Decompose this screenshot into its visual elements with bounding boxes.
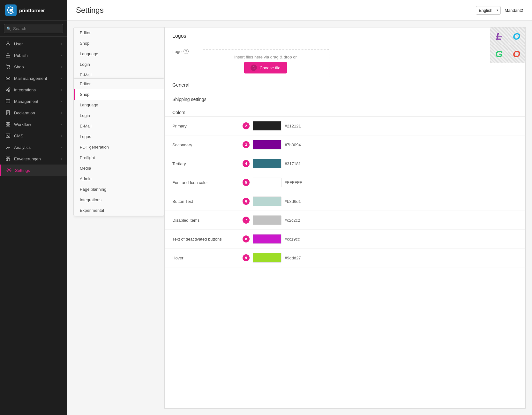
shipping-settings-label: Shipping settings	[172, 97, 518, 102]
svg-rect-14	[6, 125, 8, 126]
subnav-login[interactable]: Login	[74, 59, 164, 70]
erweiterungen-chevron: ›	[61, 157, 62, 161]
color-swatch-wrap-disabled: 7#c2c2c2	[243, 215, 300, 225]
shop-settings-panel: General Shipping settings Colors Primary…	[164, 77, 526, 409]
sidebar-logo-text: printformer	[19, 8, 45, 13]
cms-chevron: ›	[61, 134, 62, 138]
color-swatch-wrap-tertiary: 4#317181	[243, 159, 301, 168]
subnav2-login[interactable]: Login	[74, 110, 164, 121]
color-label-secondary: Secondary	[172, 142, 243, 147]
language-selector-wrap: English Deutsch ▼	[476, 6, 501, 15]
color-swatch-button-text[interactable]	[253, 196, 281, 206]
color-swatch-font-icon[interactable]	[253, 178, 281, 187]
choose-file-badge: 1	[251, 65, 257, 71]
management-chevron: ›	[61, 100, 62, 103]
color-hex-primary: #212121	[285, 124, 301, 128]
choose-file-label: Choose file	[259, 65, 280, 70]
sidebar-item-workflow[interactable]: Workflow ›	[0, 119, 67, 130]
subnav2-preflight[interactable]: Preflight	[74, 152, 164, 163]
subnav2-email[interactable]: E-Mail	[74, 121, 164, 131]
logos-section-header: Logos L O G O	[165, 27, 525, 43]
color-swatch-secondary[interactable]	[253, 140, 281, 150]
svg-rect-10	[6, 100, 10, 103]
color-swatch-wrap-secondary: 3#7b0094	[243, 140, 301, 150]
sidebar-item-user[interactable]: User ›	[0, 38, 67, 50]
logo-cell-g: G	[490, 45, 508, 63]
sidebar-item-workflow-label: Workflow	[14, 122, 31, 127]
svg-rect-15	[8, 125, 10, 126]
sidebar-item-mail-label: Mail management	[14, 76, 47, 81]
content-area: Editor Shop Language Login E-Mail Logos …	[67, 21, 532, 415]
user-chevron: ›	[61, 42, 62, 46]
color-swatch-disabled[interactable]	[253, 215, 281, 225]
language-select[interactable]: English Deutsch	[476, 6, 501, 15]
color-swatch-wrap-font-icon: 5#FFFFFF	[243, 178, 302, 187]
subnav2-language[interactable]: Language	[74, 100, 164, 110]
logo-cell-o2: O	[508, 45, 525, 63]
color-hex-disabled: #c2c2c2	[285, 218, 300, 223]
color-row-tertiary: Tertiary4#317181	[165, 154, 525, 173]
integrations-icon	[5, 87, 11, 93]
subnav2-integrations[interactable]: Integrations	[74, 195, 164, 205]
choose-file-button[interactable]: 1 Choose file	[244, 62, 287, 73]
color-swatch-primary[interactable]	[253, 121, 281, 131]
sub-nav-shop: Editor Shop Language Login E-Mail Logos …	[73, 78, 164, 216]
logo-mosaic: L O G O	[490, 27, 525, 63]
sidebar-item-settings-label: Settings	[15, 168, 30, 173]
color-row-primary: Primary2#212121	[165, 117, 525, 135]
subnav2-admin[interactable]: Admin	[74, 173, 164, 184]
color-rows: Primary2#212121Secondary3#7b0094Tertiary…	[165, 117, 525, 267]
subnav2-shop[interactable]: Shop	[74, 89, 164, 100]
logo-icon	[5, 4, 17, 16]
subnav2-experimental[interactable]: Experimental	[74, 205, 164, 216]
subnav2-media[interactable]: Media	[74, 163, 164, 173]
subnav-editor[interactable]: Editor	[74, 27, 164, 38]
topbar: Settings English Deutsch ▼ Mandant2	[67, 0, 532, 21]
declaration-chevron: ›	[61, 111, 62, 115]
svg-point-2	[7, 42, 9, 44]
color-label-button-text: Button Text	[172, 199, 243, 204]
color-badge-disabled: 7	[243, 217, 250, 224]
sidebar-item-erweiterungen[interactable]: Erweiterungen ›	[0, 153, 67, 165]
svg-point-9	[9, 90, 10, 92]
sidebar-item-management[interactable]: Management ›	[0, 96, 67, 107]
subnav-shop[interactable]: Shop	[74, 38, 164, 49]
subnav2-logos[interactable]: Logos	[74, 131, 164, 142]
subnav-language[interactable]: Language	[74, 49, 164, 59]
logo-drop-area: Insert files here via drag & drop or 1 C…	[202, 49, 329, 79]
svg-point-8	[9, 88, 10, 89]
integrations-chevron: ›	[61, 88, 62, 92]
svg-point-1	[10, 9, 12, 12]
color-swatch-deactivated[interactable]	[253, 234, 281, 244]
sidebar-item-publish[interactable]: Publish ›	[0, 50, 67, 61]
color-swatch-tertiary[interactable]	[253, 159, 281, 168]
sidebar-item-declaration-label: Declaration	[14, 111, 35, 115]
sidebar-item-shop[interactable]: Shop ›	[0, 61, 67, 73]
color-label-tertiary: Tertiary	[172, 161, 243, 166]
analytics-icon	[5, 144, 11, 150]
sidebar-item-settings[interactable]: Settings	[0, 165, 67, 176]
publish-chevron: ›	[61, 54, 62, 57]
shop-icon	[5, 64, 11, 70]
sidebar-item-mail[interactable]: Mail management ›	[0, 73, 67, 84]
color-row-hover: Hover9#9ddd27	[165, 249, 525, 267]
sidebar-item-integrations[interactable]: Integrations ›	[0, 84, 67, 96]
svg-rect-12	[6, 122, 8, 124]
color-hex-tertiary: #317181	[285, 161, 301, 166]
user-icon	[5, 41, 11, 47]
sidebar-item-declaration[interactable]: Declaration ›	[0, 107, 67, 119]
logo-info-icon[interactable]: ?	[184, 49, 189, 54]
logo-cell-l: L	[490, 27, 508, 45]
color-badge-secondary: 3	[243, 141, 250, 148]
subnav2-editor[interactable]: Editor	[74, 79, 164, 89]
search-input[interactable]	[4, 24, 63, 33]
color-swatch-hover[interactable]	[253, 253, 281, 263]
sidebar-item-cms[interactable]: CMS ›	[0, 130, 67, 142]
sidebar: printformer 🔍 User › Publish › Shop	[0, 0, 67, 415]
sidebar-item-analytics[interactable]: Analytics ›	[0, 142, 67, 153]
color-swatch-wrap-button-text: 6#b8d6d1	[243, 196, 301, 206]
subnav2-pdf[interactable]: PDF generation	[74, 142, 164, 152]
color-badge-button-text: 6	[243, 198, 250, 205]
subnav2-page-planning[interactable]: Page planning	[74, 184, 164, 195]
settings-icon	[6, 167, 12, 173]
